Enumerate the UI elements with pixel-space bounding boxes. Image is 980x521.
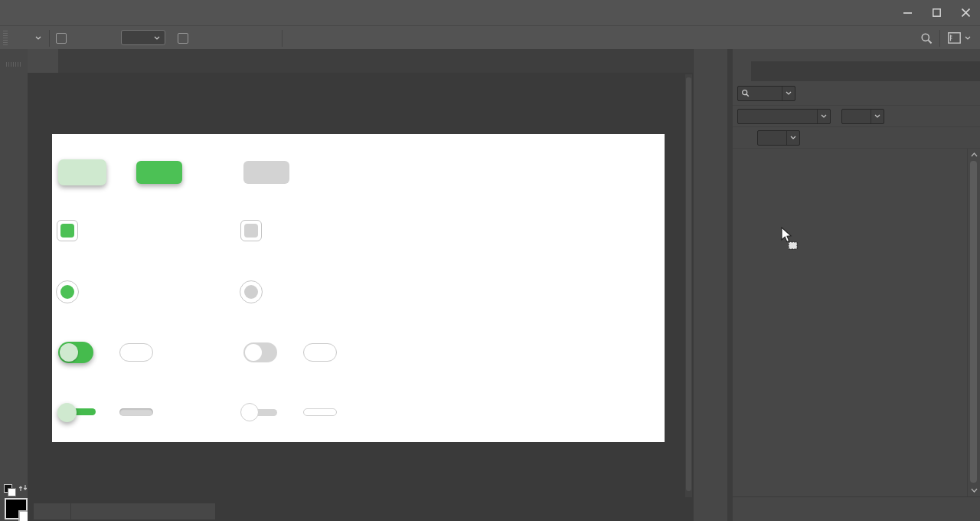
default-colors-icon[interactable] [4, 484, 12, 493]
show-transform-controls-checkbox[interactable] [178, 33, 188, 44]
checkbox-sample-checked [57, 220, 78, 241]
doc-info-field[interactable] [71, 503, 215, 519]
layers-list [733, 149, 980, 496]
tool-preset-chevron-icon[interactable] [35, 36, 41, 40]
panel-tabs [733, 61, 980, 81]
switch-sample-outline-2 [303, 343, 337, 362]
artboard[interactable] [52, 134, 665, 442]
dock-collapse-icon[interactable] [694, 49, 727, 61]
button-sample-disabled [243, 161, 289, 184]
tab-paths[interactable] [769, 61, 788, 81]
radio-sample-disabled [240, 280, 263, 303]
layers-scrollbar[interactable] [967, 149, 980, 496]
blend-mode-dropdown[interactable] [737, 109, 831, 124]
canvas-pasteboard[interactable] [28, 73, 693, 502]
button-sample-green [136, 161, 182, 184]
document-tab-strip [28, 49, 693, 73]
move-tool-icon [18, 32, 31, 44]
tab-channels[interactable] [751, 61, 769, 81]
canvas-vertical-scrollbar[interactable] [685, 74, 692, 497]
layer-filter-row [733, 81, 980, 106]
slider-sample-track-only [119, 408, 153, 416]
tab-layers[interactable] [733, 61, 751, 81]
auto-select-checkbox[interactable] [56, 33, 67, 44]
checkbox-sample-disabled [240, 220, 262, 241]
maximize-button[interactable] [922, 0, 951, 25]
search-icon[interactable] [920, 32, 933, 44]
slider-sample-green-thumb [57, 403, 77, 422]
slider-sample-outline-track [303, 408, 337, 416]
blend-mode-row [733, 106, 980, 127]
button-sample-light-green [58, 159, 106, 185]
zoom-level-field[interactable] [34, 503, 70, 519]
lock-row [733, 127, 980, 149]
opacity-field[interactable] [841, 109, 884, 124]
options-bar-grip[interactable] [3, 31, 8, 45]
switch-sample-off-outline [119, 343, 153, 362]
toolbar-grip[interactable] [6, 62, 21, 67]
toolbar-expand-icon[interactable] [0, 49, 28, 60]
close-button[interactable] [951, 0, 980, 25]
panel-dock [693, 49, 980, 521]
window-controls [893, 0, 980, 25]
collapsed-panel-column [694, 49, 727, 521]
workspace-chevron-icon[interactable] [965, 36, 971, 40]
options-bar [0, 25, 980, 49]
workspace-switcher-icon[interactable] [948, 32, 960, 44]
fill-field[interactable] [757, 130, 800, 146]
document-tab[interactable] [28, 49, 58, 73]
layers-panel-actions [733, 496, 980, 521]
switch-sample-disabled [243, 342, 277, 362]
color-swatches [0, 483, 28, 521]
status-bar [28, 502, 693, 521]
menu-bar [0, 0, 980, 25]
switch-sample-on [58, 342, 93, 363]
swap-colors-icon[interactable] [18, 483, 28, 493]
tool-bar [0, 49, 28, 521]
slider-sample-gray-thumb [240, 403, 259, 421]
radio-sample-selected [56, 280, 79, 303]
photoshop-window [0, 0, 980, 521]
auto-select-target-dropdown[interactable] [121, 30, 165, 45]
filter-kind-dropdown[interactable] [737, 86, 795, 101]
document-area [28, 49, 693, 521]
layers-panel [733, 49, 980, 521]
minimize-button[interactable] [893, 0, 922, 25]
